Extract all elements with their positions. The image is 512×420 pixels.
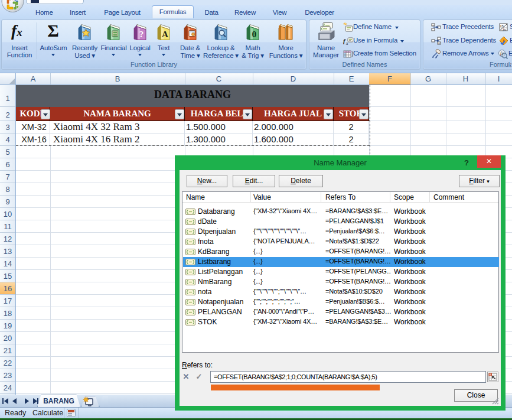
svg-text:fx: fx [503,27,506,32]
svg-text:+: + [432,23,434,27]
svg-text:?: ? [139,30,144,39]
svg-text:A: A [162,30,168,39]
svg-text:θ: θ [252,30,257,39]
svg-text:+: + [438,41,440,45]
